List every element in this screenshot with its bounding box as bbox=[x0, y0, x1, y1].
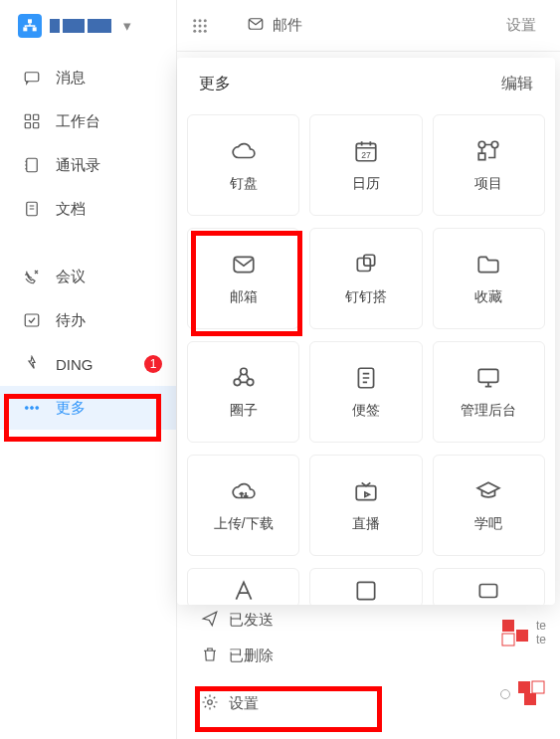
chevron-down-icon: ▾ bbox=[123, 17, 131, 35]
mail-item-text: te bbox=[536, 619, 546, 633]
project-icon bbox=[474, 137, 502, 165]
svg-rect-27 bbox=[502, 634, 514, 646]
tile-admin[interactable]: 管理后台 bbox=[433, 341, 545, 443]
doc-icon bbox=[22, 200, 42, 218]
gear-icon bbox=[201, 693, 219, 714]
tile-label: 钉钉搭 bbox=[345, 288, 387, 306]
svg-point-41 bbox=[247, 379, 254, 386]
sidebar-item-docs[interactable]: 文档 bbox=[0, 187, 176, 231]
folder-label: 设置 bbox=[229, 694, 259, 713]
badge-count: 1 bbox=[144, 355, 162, 373]
svg-rect-6 bbox=[25, 123, 30, 128]
svg-rect-35 bbox=[479, 153, 486, 160]
tile-learn[interactable]: 学吧 bbox=[433, 455, 545, 556]
sidebar-item-ding[interactable]: DING 1 bbox=[0, 342, 176, 386]
svg-point-20 bbox=[193, 29, 196, 32]
svg-rect-29 bbox=[532, 681, 544, 693]
cloud-updown-icon bbox=[230, 477, 258, 505]
sidebar-item-label: 待办 bbox=[56, 311, 176, 330]
sidebar-item-label: 更多 bbox=[56, 399, 176, 418]
chat-icon bbox=[22, 69, 42, 87]
sidebar-item-meeting[interactable]: 会议 bbox=[0, 255, 176, 298]
tile-calendar[interactable]: 27 日历 bbox=[309, 114, 422, 216]
svg-point-14 bbox=[193, 19, 196, 22]
apps-icon bbox=[22, 112, 42, 130]
tile-project[interactable]: 项目 bbox=[433, 114, 545, 216]
mail-item[interactable]: te te bbox=[500, 605, 560, 660]
tile-label: 上传/下载 bbox=[214, 515, 274, 533]
cloud-icon bbox=[230, 137, 258, 165]
svg-rect-2 bbox=[33, 27, 37, 31]
svg-text:27: 27 bbox=[361, 149, 371, 159]
svg-rect-1 bbox=[23, 27, 27, 31]
svg-point-19 bbox=[204, 24, 207, 27]
svg-rect-3 bbox=[25, 73, 39, 82]
live-icon bbox=[352, 477, 380, 505]
note-icon bbox=[352, 364, 380, 392]
sidebar-item-contacts[interactable]: 通讯录 bbox=[0, 143, 176, 187]
topbar: 邮件 设置 bbox=[177, 0, 560, 52]
sidebar-item-label: 通讯录 bbox=[56, 156, 176, 175]
tab-mail[interactable]: 邮件 bbox=[223, 0, 326, 51]
more-panel-title: 更多 bbox=[199, 74, 231, 94]
tile-dingpan[interactable]: 钉盘 bbox=[187, 114, 299, 216]
mail-icon bbox=[247, 15, 265, 36]
tile-circles[interactable]: 圈子 bbox=[187, 341, 299, 443]
tile-label: 项目 bbox=[474, 175, 502, 193]
svg-point-12 bbox=[31, 407, 34, 410]
org-switcher[interactable]: ▾ bbox=[0, 0, 176, 52]
more-panel: 更多 编辑 钉盘 27 日历 项目 邮箱 钉钉搭 收藏 bbox=[177, 58, 555, 605]
svg-point-40 bbox=[234, 379, 241, 386]
sidebar-item-messages[interactable]: 消息 bbox=[0, 56, 176, 99]
tile-partial[interactable] bbox=[309, 568, 422, 605]
tab-label: 邮件 bbox=[273, 16, 302, 35]
tile-partial[interactable] bbox=[187, 568, 299, 605]
app-icon bbox=[500, 618, 530, 647]
builder-icon bbox=[352, 251, 380, 278]
svg-rect-43 bbox=[479, 369, 499, 382]
tile-mailbox[interactable]: 邮箱 bbox=[187, 228, 299, 329]
tile-live[interactable]: 直播 bbox=[309, 455, 422, 556]
edit-button[interactable]: 编辑 bbox=[501, 74, 533, 94]
sidebar: ▾ 消息 工作台 通讯录 文档 会议 bbox=[0, 0, 177, 739]
tile-label: 学吧 bbox=[474, 515, 502, 533]
monitor-icon bbox=[474, 364, 502, 392]
svg-point-13 bbox=[36, 407, 39, 410]
app-grid-button[interactable] bbox=[177, 17, 223, 35]
tile-label: 便签 bbox=[352, 402, 380, 420]
sidebar-item-more[interactable]: 更多 bbox=[0, 386, 176, 430]
svg-point-34 bbox=[492, 141, 499, 148]
tile-label: 钉盘 bbox=[230, 175, 258, 193]
app-icon bbox=[516, 679, 546, 709]
tile-favorites[interactable]: 收藏 bbox=[433, 228, 545, 329]
svg-rect-38 bbox=[364, 255, 375, 266]
mail-item[interactable] bbox=[500, 666, 560, 722]
svg-rect-7 bbox=[34, 123, 39, 128]
svg-rect-46 bbox=[480, 584, 497, 597]
sidebar-item-workbench[interactable]: 工作台 bbox=[0, 99, 176, 143]
unread-dot-icon bbox=[500, 689, 510, 699]
tile-label: 日历 bbox=[352, 175, 380, 193]
tile-upload-download[interactable]: 上传/下载 bbox=[187, 455, 299, 556]
folder-icon bbox=[474, 251, 502, 278]
tile-dingda[interactable]: 钉钉搭 bbox=[309, 228, 422, 329]
trash-icon bbox=[201, 646, 219, 666]
tab-label: 设置 bbox=[506, 16, 536, 35]
sidebar-list: 消息 工作台 通讯录 文档 会议 待办 bbox=[0, 52, 176, 739]
svg-point-18 bbox=[199, 24, 202, 27]
svg-point-33 bbox=[479, 141, 486, 148]
tile-label: 管理后台 bbox=[461, 402, 516, 420]
tile-notes[interactable]: 便签 bbox=[309, 341, 422, 443]
svg-rect-5 bbox=[34, 114, 39, 119]
unknown-icon bbox=[474, 577, 502, 605]
sidebar-item-todo[interactable]: 待办 bbox=[0, 298, 176, 342]
svg-point-21 bbox=[199, 29, 202, 32]
sidebar-item-label: 消息 bbox=[56, 69, 176, 88]
svg-rect-26 bbox=[516, 630, 528, 642]
svg-point-15 bbox=[199, 19, 202, 22]
svg-point-24 bbox=[208, 699, 213, 704]
tab-settings[interactable]: 设置 bbox=[482, 0, 560, 51]
svg-rect-28 bbox=[518, 681, 530, 693]
sidebar-item-label: DING bbox=[56, 356, 130, 373]
tile-partial[interactable] bbox=[433, 568, 545, 605]
